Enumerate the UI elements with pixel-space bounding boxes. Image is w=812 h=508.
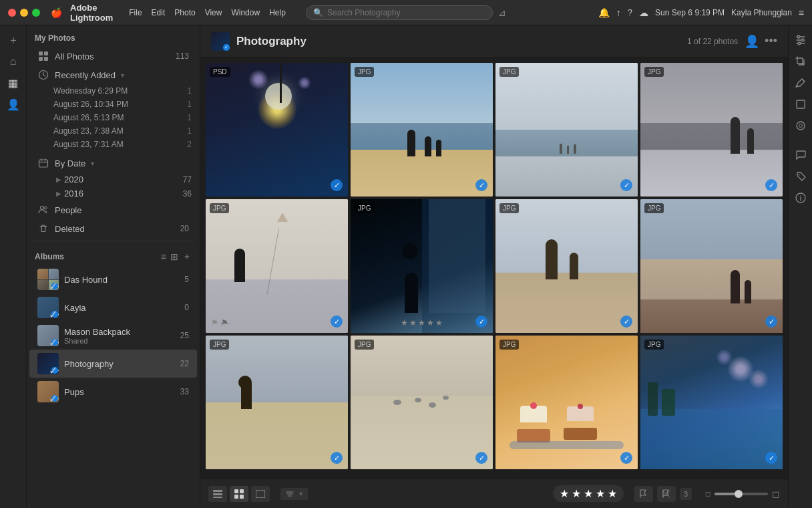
album-item-kayla[interactable]: ✓ Kayla 0 [29,293,197,322]
photo-cell-11[interactable]: JPG ✓ [495,336,638,469]
sidebar-item-deleted[interactable]: Deleted 20 [29,219,197,238]
rating-stars-row[interactable]: ★ ★ ★ ★ ★ [553,485,624,502]
photo-cell-12[interactable]: JPG ✓ [640,336,783,469]
photo-cell-7[interactable]: JPG ✓ [495,199,638,333]
star-btn-2[interactable]: ★ [572,487,581,500]
list-view-button[interactable] [208,486,227,502]
pups-info: Pups [64,387,175,397]
kayla-thumb: ✓ [37,297,59,318]
minimize-button[interactable] [20,9,28,17]
search-bar[interactable]: 🔍 [306,5,493,20]
info-icon[interactable] [791,188,811,207]
recent-item-0[interactable]: Wednesday 6:29 PM 1 [53,84,200,98]
svg-rect-5 [39,160,48,167]
mason-backpack-name: Mason Backpack [64,327,175,337]
recent-item-4[interactable]: August 23, 7:31 AM 2 [53,138,200,151]
photo-4-check: ✓ [765,179,777,191]
zoom-thumb[interactable] [735,490,743,498]
star-btn-4[interactable]: ★ [596,487,605,500]
photo-cell-4[interactable]: JPG ✓ [640,63,783,197]
sidebar-item-people[interactable]: People [29,201,197,219]
adjustments-icon[interactable] [791,31,811,49]
star-btn-3[interactable]: ★ [584,487,593,500]
das-hound-name: Das Hound [64,275,179,285]
grid-view-icon[interactable]: ▦ [3,74,23,92]
calendar-icon [37,157,49,169]
menu-edit[interactable]: Edit [152,8,166,17]
recent-item-2[interactable]: August 26, 5:13 PM 1 [53,111,200,124]
sidebar-item-all-photos[interactable]: All Photos 113 [29,47,197,66]
reject-count-badge[interactable]: 3 [680,488,692,500]
tag-icon[interactable] [791,167,811,186]
sync-icon[interactable]: ☁ [639,7,648,18]
recent-item-label-2: August 26, 5:13 PM [53,113,124,122]
radial-icon[interactable] [791,116,811,135]
album-item-mason-backpack[interactable]: ✓ Mason Backpack Shared 25 [29,322,197,350]
album-item-pups[interactable]: ✓ Pups 33 [29,378,197,406]
album-item-photography[interactable]: ✓ Photography 22 [29,350,197,378]
sort-chevron: ▾ [299,490,302,497]
star-btn-1[interactable]: ★ [560,487,569,500]
recent-sub-items: Wednesday 6:29 PM 1 August 26, 10:34 PM … [27,84,200,154]
photo-cell-1[interactable]: PSD ✓ [206,63,348,197]
search-input[interactable] [327,8,485,17]
add-album-icon[interactable]: ＋ [182,251,192,263]
user-profile-icon[interactable]: 👤 [745,34,759,49]
zoom-slider[interactable]: ◻ ◻ [705,489,780,499]
close-button[interactable] [8,9,16,17]
sort-button[interactable]: ▾ [280,488,308,500]
photo-cell-6[interactable]: JPG ✓ ★ ★ ★ ★ ★ [351,199,493,333]
maximize-button[interactable] [32,9,40,17]
flag-buttons: 3 [634,486,692,502]
by-date-2020[interactable]: ▶ 2020 77 [51,172,200,186]
photo-12-format: JPG [644,340,664,350]
photo-6-stars: ★ ★ ★ ★ ★ [401,318,443,328]
menu-file[interactable]: File [129,8,142,17]
photo-cell-3[interactable]: JPG ✓ [495,63,638,197]
more-options-icon[interactable]: ••• [765,34,777,48]
recent-item-3[interactable]: August 23, 7:38 AM 1 [53,124,200,138]
mason-backpack-badge: ✓ [51,339,58,346]
svg-rect-19 [797,100,805,108]
photo-cell-10[interactable]: JPG ✓ [351,336,493,469]
single-view-button[interactable] [251,486,270,502]
photo-cell-5[interactable]: JPG ✓ ⚑ ⚑ [206,199,348,333]
star-btn-5[interactable]: ★ [608,487,617,500]
add-icon[interactable]: ＋ [3,31,23,49]
by-date-2016[interactable]: ▶ 2016 36 [51,186,200,201]
photo-5-flags: ⚑ ⚑ [211,318,228,328]
list-view-icon[interactable]: ≡ [161,251,166,262]
help-icon[interactable]: ? [628,7,632,17]
menu-view[interactable]: View [205,8,222,17]
flag-button[interactable] [634,486,653,502]
grid-view-button[interactable] [230,486,248,502]
recent-item-1[interactable]: August 26, 10:34 PM 1 [53,98,200,111]
person-icon[interactable]: 👤 [3,95,23,114]
comments-icon[interactable] [791,146,811,164]
recent-item-count-0: 1 [187,86,192,96]
share-icon[interactable]: ↑ [616,7,621,18]
home-icon[interactable]: ⌂ [3,52,23,71]
notification-icon[interactable]: 🔔 [598,7,610,18]
sidebar-item-recently-added[interactable]: Recently Added ▾ [29,66,197,84]
menu-photo[interactable]: Photo [174,8,195,17]
rectangle-icon[interactable] [791,95,811,114]
reject-button[interactable] [657,486,676,502]
pups-thumb: ✓ [37,381,59,402]
photo-cell-9[interactable]: JPG ✓ [206,336,348,469]
zoom-track[interactable] [715,493,768,495]
sidebar-item-by-date[interactable]: By Date ▾ [29,154,197,172]
mason-backpack-info: Mason Backpack Shared [64,327,175,345]
photo-cell-2[interactable]: JPG ✓ [351,63,493,197]
brush-icon[interactable] [791,74,811,92]
crop-icon[interactable] [791,52,811,71]
photo-grid: PSD ✓ JPG ✓ [200,57,788,479]
photo-cell-8[interactable]: JPG ✓ [640,199,783,333]
album-item-das-hound[interactable]: ✓ Das Hound 5 [29,265,197,293]
more-icon[interactable]: ≡ [799,7,804,18]
photography-count: 22 [180,359,189,368]
grid-albums-icon[interactable]: ⊞ [170,251,178,262]
filter-icon[interactable]: ⊿ [498,7,506,18]
all-photos-count: 113 [176,51,189,61]
svg-rect-2 [39,57,43,61]
